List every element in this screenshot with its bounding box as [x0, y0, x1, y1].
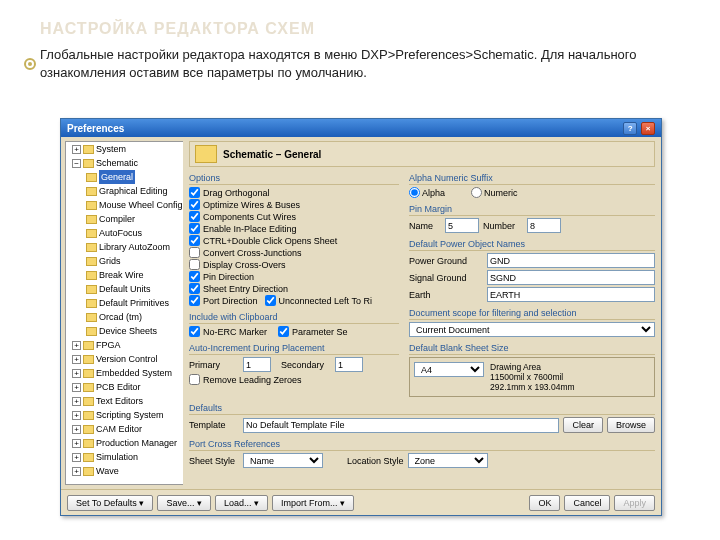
- tree-item[interactable]: +Wave: [72, 464, 183, 478]
- folder-icon: [86, 229, 97, 238]
- toggle-icon[interactable]: +: [72, 341, 81, 350]
- signal-ground-input[interactable]: [487, 270, 655, 285]
- help-icon[interactable]: ?: [623, 122, 637, 135]
- folder-icon: [86, 285, 97, 294]
- tree-item[interactable]: Mouse Wheel Configuration: [86, 198, 183, 212]
- clear-button[interactable]: Clear: [563, 417, 603, 433]
- cancel-button[interactable]: Cancel: [564, 495, 610, 511]
- toggle-icon[interactable]: +: [72, 439, 81, 448]
- tree-item[interactable]: Graphical Editing: [86, 184, 183, 198]
- load-button[interactable]: Load... ▾: [215, 495, 268, 511]
- tree-item[interactable]: Compiler: [86, 212, 183, 226]
- set-defaults-button[interactable]: Set To Defaults ▾: [67, 495, 153, 511]
- toggle-icon[interactable]: +: [72, 411, 81, 420]
- toggle-icon[interactable]: +: [72, 383, 81, 392]
- folder-icon: [83, 355, 94, 364]
- display-cross-check: Display Cross-Overs: [189, 259, 399, 270]
- sheet-select[interactable]: A4: [414, 362, 484, 377]
- tree-item[interactable]: +Embedded System: [72, 366, 183, 380]
- template-input[interactable]: [243, 418, 559, 433]
- window-buttons: ? ×: [622, 122, 655, 135]
- scope-select[interactable]: Current Document: [409, 322, 655, 337]
- folder-icon: [83, 467, 94, 476]
- tree-item[interactable]: Library AutoZoom: [86, 240, 183, 254]
- tree-item[interactable]: +Production Manager: [72, 436, 183, 450]
- noerc-check[interactable]: [189, 326, 200, 337]
- tree-item[interactable]: +Version Control: [72, 352, 183, 366]
- tree-item[interactable]: +CAM Editor: [72, 422, 183, 436]
- convert-check: Convert Cross-Junctions: [189, 247, 399, 258]
- secondary-input[interactable]: [335, 357, 363, 372]
- toggle-icon[interactable]: +: [72, 397, 81, 406]
- port-dir-row: Port Direction Unconnected Left To Ri: [189, 295, 399, 306]
- primary-input[interactable]: [243, 357, 271, 372]
- toggle-icon[interactable]: +: [72, 467, 81, 476]
- tree-item[interactable]: General: [86, 170, 183, 184]
- sheet-style-select[interactable]: Name: [243, 453, 323, 468]
- remove-zeros-check: Remove Leading Zeroes: [189, 374, 399, 385]
- tree-item[interactable]: +Text Editors: [72, 394, 183, 408]
- tree-system: +System: [72, 142, 183, 156]
- cut-wires-check: Components Cut Wires: [189, 211, 399, 222]
- power-title: Default Power Object Names: [409, 237, 655, 251]
- folder-icon: [86, 271, 97, 280]
- folder-icon: [83, 369, 94, 378]
- tree-item[interactable]: +FPGA: [72, 338, 183, 352]
- toggle-icon[interactable]: +: [72, 145, 81, 154]
- dblclick-check: CTRL+Double Click Opens Sheet: [189, 235, 399, 246]
- import-button[interactable]: Import From... ▾: [272, 495, 354, 511]
- browse-button[interactable]: Browse: [607, 417, 655, 433]
- pin-dir-check: Pin Direction: [189, 271, 399, 282]
- tree-item[interactable]: Orcad (tm): [86, 310, 183, 324]
- folder-icon: [83, 439, 94, 448]
- power-ground-input[interactable]: [487, 253, 655, 268]
- toggle-icon[interactable]: +: [72, 369, 81, 378]
- tree-item[interactable]: Grids: [86, 254, 183, 268]
- pin-number-input[interactable]: [527, 218, 561, 233]
- folder-icon: [83, 453, 94, 462]
- tree-item[interactable]: Default Units: [86, 282, 183, 296]
- tree-item[interactable]: Default Primitives: [86, 296, 183, 310]
- folder-icon: [83, 397, 94, 406]
- folder-icon: [86, 201, 97, 210]
- defaults-title: Defaults: [189, 401, 655, 415]
- tree-item[interactable]: +Simulation: [72, 450, 183, 464]
- window-title: Preferences: [67, 123, 124, 134]
- folder-icon: [83, 341, 94, 350]
- toggle-icon[interactable]: +: [72, 355, 81, 364]
- tree-item[interactable]: AutoFocus: [86, 226, 183, 240]
- folder-icon: [83, 145, 94, 154]
- sheet-size-box: A4 Drawing Area 11500mil x 7600mil 292.1…: [409, 357, 655, 397]
- folder-icon: [86, 243, 97, 252]
- close-icon[interactable]: ×: [641, 122, 655, 135]
- slide-title: НАСТРОЙКА РЕДАКТОРА СХЕМ: [0, 0, 720, 46]
- tree-item[interactable]: +Scripting System: [72, 408, 183, 422]
- clipboard-title: Include with Clipboard: [189, 310, 399, 324]
- folder-icon: [86, 215, 97, 224]
- folder-icon: [83, 383, 94, 392]
- tree-item[interactable]: +PCB Editor: [72, 380, 183, 394]
- breadcrumb: Schematic – General: [189, 141, 655, 167]
- folder-icon: [86, 257, 97, 266]
- location-style-select[interactable]: Zone: [408, 453, 488, 468]
- toggle-icon[interactable]: +: [72, 453, 81, 462]
- apply-button: Apply: [614, 495, 655, 511]
- folder-icon: [195, 145, 217, 163]
- numeric-radio: Numeric: [471, 187, 521, 198]
- dialog-footer: Set To Defaults ▾ Save... ▾ Load... ▾ Im…: [61, 489, 661, 515]
- pin-name-input[interactable]: [445, 218, 479, 233]
- ok-button[interactable]: OK: [529, 495, 560, 511]
- tree-item[interactable]: Device Sheets: [86, 324, 183, 338]
- alpha-radio: Alpha: [409, 187, 459, 198]
- toggle-icon[interactable]: −: [72, 159, 81, 168]
- param-check[interactable]: [278, 326, 289, 337]
- options-title: Options: [189, 171, 399, 185]
- scope-title: Document scope for filtering and selecti…: [409, 306, 655, 320]
- earth-input[interactable]: [487, 287, 655, 302]
- tree-panel[interactable]: +System −Schematic GeneralGraphical Edit…: [65, 141, 183, 485]
- tree-item[interactable]: Break Wire: [86, 268, 183, 282]
- toggle-icon[interactable]: +: [72, 425, 81, 434]
- folder-icon: [86, 187, 97, 196]
- save-button[interactable]: Save... ▾: [157, 495, 211, 511]
- slide-body: Глобальные настройки редактора находятся…: [0, 46, 720, 91]
